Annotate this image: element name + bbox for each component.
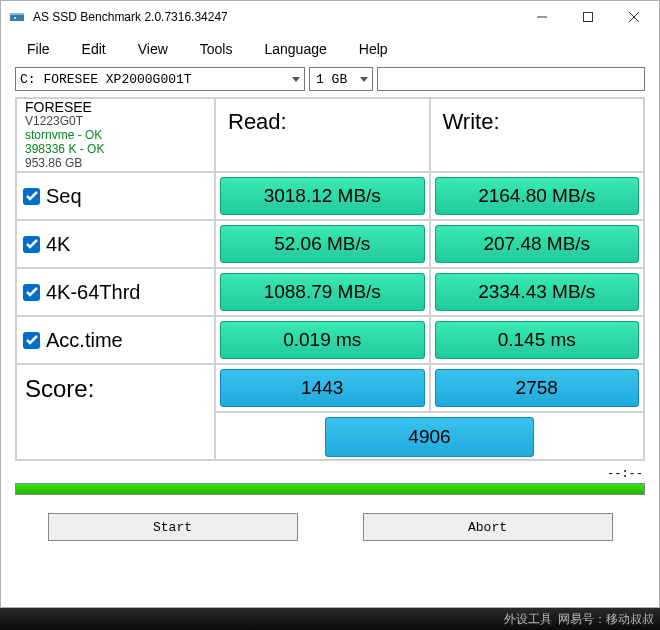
button-row: Start Abort bbox=[1, 505, 659, 551]
svg-rect-1 bbox=[10, 13, 24, 15]
checkbox-4k[interactable] bbox=[23, 236, 40, 253]
acc-write: 0.145 ms bbox=[435, 321, 640, 359]
menu-edit[interactable]: Edit bbox=[66, 37, 122, 61]
score-read: 1443 bbox=[220, 369, 425, 407]
acc-read: 0.019 ms bbox=[220, 321, 425, 359]
maximize-button[interactable] bbox=[565, 1, 611, 33]
column-read: Read: bbox=[215, 98, 430, 172]
score-write: 2758 bbox=[435, 369, 640, 407]
drive-select[interactable]: C: FORESEE XP2000G001T bbox=[15, 67, 305, 91]
start-button[interactable]: Start bbox=[48, 513, 298, 541]
svg-rect-4 bbox=[584, 13, 593, 22]
drive-driver-status: stornvme - OK bbox=[25, 129, 206, 143]
footer-left: 外设工具 bbox=[504, 611, 552, 628]
menu-file[interactable]: File bbox=[11, 37, 66, 61]
drive-info: FORESEE V1223G0T stornvme - OK 398336 K … bbox=[16, 98, 215, 172]
menu-help[interactable]: Help bbox=[343, 37, 404, 61]
minimize-button[interactable] bbox=[519, 1, 565, 33]
path-input[interactable] bbox=[377, 67, 645, 91]
menu-language[interactable]: Language bbox=[248, 37, 342, 61]
taskbar: 外设工具 网易号：移动叔叔 bbox=[0, 608, 660, 630]
row-acc-label: Acc.time bbox=[16, 316, 215, 364]
seq-read: 3018.12 MB/s bbox=[220, 177, 425, 215]
footer-right: 网易号：移动叔叔 bbox=[558, 611, 654, 628]
row-4k64-label: 4K-64Thrd bbox=[16, 268, 215, 316]
progress-bar bbox=[15, 483, 645, 495]
progress-section: --:-- bbox=[15, 465, 645, 501]
menu-view[interactable]: View bbox=[122, 37, 184, 61]
checkbox-seq[interactable] bbox=[23, 188, 40, 205]
row-seq-label: Seq bbox=[16, 172, 215, 220]
close-button[interactable] bbox=[611, 1, 657, 33]
progress-time: --:-- bbox=[607, 467, 643, 481]
menu-tools[interactable]: Tools bbox=[184, 37, 249, 61]
size-select[interactable]: 1 GB bbox=[309, 67, 373, 91]
score-total: 4906 bbox=[325, 417, 535, 457]
row-4k-label: 4K bbox=[16, 220, 215, 268]
main-window: AS SSD Benchmark 2.0.7316.34247 File Edi… bbox=[0, 0, 660, 608]
checkbox-4k64[interactable] bbox=[23, 284, 40, 301]
app-title: AS SSD Benchmark 2.0.7316.34247 bbox=[33, 10, 519, 24]
seq-write: 2164.80 MB/s bbox=[435, 177, 640, 215]
menubar: File Edit View Tools Language Help bbox=[1, 33, 659, 65]
4k-read: 52.06 MB/s bbox=[220, 225, 425, 263]
drive-capacity: 953.86 GB bbox=[25, 157, 206, 171]
4k64-read: 1088.79 MB/s bbox=[220, 273, 425, 311]
drive-alignment-status: 398336 K - OK bbox=[25, 143, 206, 157]
toolbar: C: FORESEE XP2000G001T 1 GB bbox=[1, 65, 659, 97]
abort-button[interactable]: Abort bbox=[363, 513, 613, 541]
column-write: Write: bbox=[430, 98, 645, 172]
app-icon bbox=[9, 9, 25, 25]
svg-point-2 bbox=[14, 17, 16, 19]
drive-firmware: V1223G0T bbox=[25, 115, 206, 129]
4k-write: 207.48 MB/s bbox=[435, 225, 640, 263]
4k64-write: 2334.43 MB/s bbox=[435, 273, 640, 311]
titlebar: AS SSD Benchmark 2.0.7316.34247 bbox=[1, 1, 659, 33]
results-table: FORESEE V1223G0T stornvme - OK 398336 K … bbox=[15, 97, 645, 461]
score-label: Score: bbox=[16, 364, 215, 460]
checkbox-acc[interactable] bbox=[23, 332, 40, 349]
drive-model: FORESEE bbox=[25, 99, 206, 115]
